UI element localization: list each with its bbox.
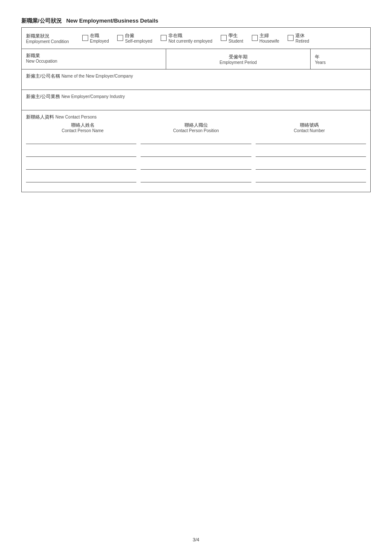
section-title-en: New Employment/Business Details (66, 17, 158, 24)
employer-name-row: 新僱主/公司名稱 Name of the New Employer/Compan… (22, 69, 370, 90)
col3-en: Contact Number (294, 128, 325, 133)
contact-number-input-1[interactable] (256, 136, 366, 144)
contact-line-row-4 (26, 175, 366, 182)
contact-name-input-3[interactable] (26, 162, 136, 170)
checkbox-housewife[interactable]: 主婦 Housewife (252, 32, 280, 44)
contact-persons-row: 新聯絡人資料 New Contact Persons 聯絡人姓名 Contact… (22, 110, 370, 192)
employer-label-zh: 新僱主/公司名稱 (26, 73, 60, 78)
checkbox-not-employed-label: 非在職 Not currently employed (168, 32, 212, 44)
checkbox-retired-box[interactable] (288, 35, 294, 41)
contact-input-lines (22, 135, 370, 192)
contact-line-row-2 (26, 149, 366, 157)
occ-label-en: New Occupation (26, 59, 161, 64)
employer-label-en: Name of the New Employer/Company (61, 74, 133, 78)
checkbox-student-box[interactable] (221, 35, 227, 41)
checkbox-self-employed-box[interactable] (117, 35, 123, 41)
checkbox-self-employed-label: 自僱 Self-employed (125, 32, 152, 44)
section-title: 新職業/公司狀況 New Employment/Business Details (21, 17, 371, 25)
checkbox-housewife-label: 主婦 Housewife (259, 32, 280, 44)
emp-label-en: Employment Condition (26, 39, 77, 44)
col3-zh: 聯絡號碼 (300, 122, 319, 128)
checkbox-retired[interactable]: 退休 Retired (288, 32, 309, 44)
years-label-zh: 年 (315, 54, 366, 60)
industry-label-zh: 新僱主/公司業務 (26, 94, 60, 99)
checkbox-not-employed-box[interactable] (161, 35, 167, 41)
col-header-number: 聯絡號碼 Contact Number (253, 122, 366, 133)
contact-label-zh: 新聯絡人資料 (26, 114, 54, 119)
checkbox-not-employed[interactable]: 非在職 Not currently employed (161, 32, 212, 44)
period-label-en: Employment Period (219, 60, 257, 65)
checkbox-group: 在職 Employed 自僱 Self-employed 非在職 Not c (82, 32, 366, 44)
page-number: 3/4 (193, 537, 199, 542)
contact-header: 新聯絡人資料 New Contact Persons (22, 110, 370, 122)
occ-label-zh: 新職業 (26, 52, 161, 59)
industry-row: 新僱主/公司業務 New Employer/Company Industry (22, 90, 370, 110)
checkbox-student[interactable]: 學生 Student (221, 32, 243, 44)
occupation-row: 新職業 New Occupation 受僱年期 Employment Perio… (22, 49, 370, 69)
period-label-zh: 受僱年期 (229, 54, 248, 60)
contact-number-input-2[interactable] (256, 149, 366, 157)
checkbox-housewife-box[interactable] (252, 35, 258, 41)
contact-number-input-3[interactable] (256, 162, 366, 170)
years-label-en: Years (315, 60, 366, 65)
col-header-name: 聯絡人姓名 Contact Person Name (26, 122, 139, 133)
employment-condition-label: 新職業狀況 Employment Condition (26, 33, 77, 44)
checkbox-student-label: 學生 Student (228, 32, 243, 44)
section-title-zh: 新職業/公司狀況 (21, 17, 62, 24)
contact-col-headers: 聯絡人姓名 Contact Person Name 聯絡人職位 Contact … (22, 122, 370, 133)
form-container: 新職業狀況 Employment Condition 在職 Employed 自… (21, 27, 371, 192)
contact-number-input-4[interactable] (256, 175, 366, 182)
industry-label-en: New Employer/Company Industry (61, 94, 125, 99)
emp-label-zh: 新職業狀況 (26, 33, 77, 39)
contact-label-en: New Contact Persons (55, 115, 97, 119)
col1-zh: 聯絡人姓名 (71, 122, 95, 128)
contact-line-row-1 (26, 136, 366, 144)
col2-zh: 聯絡人職位 (184, 122, 208, 128)
contact-position-input-3[interactable] (141, 162, 251, 170)
occupation-label-block: 新職業 New Occupation (22, 49, 166, 69)
contact-position-input-4[interactable] (141, 175, 251, 182)
contact-line-row-3 (26, 162, 366, 170)
contact-position-input-1[interactable] (141, 136, 251, 144)
col-header-position: 聯絡人職位 Contact Person Position (139, 122, 253, 133)
years-block: 年 Years (311, 49, 370, 69)
contact-name-input-4[interactable] (26, 175, 136, 182)
contact-position-input-2[interactable] (141, 149, 251, 157)
checkbox-employed-box[interactable] (82, 35, 88, 41)
checkbox-employed[interactable]: 在職 Employed (82, 32, 109, 44)
checkbox-self-employed[interactable]: 自僱 Self-employed (117, 32, 152, 44)
contact-name-input-2[interactable] (26, 149, 136, 157)
employment-period-block: 受僱年期 Employment Period (166, 49, 311, 69)
contact-name-input-1[interactable] (26, 136, 136, 144)
employment-condition-row: 新職業狀況 Employment Condition 在職 Employed 自… (22, 28, 370, 49)
col1-en: Contact Person Name (62, 128, 104, 133)
col2-en: Contact Person Position (173, 128, 219, 133)
checkbox-employed-label: 在職 Employed (90, 32, 109, 44)
checkbox-retired-label: 退休 Retired (295, 32, 309, 44)
